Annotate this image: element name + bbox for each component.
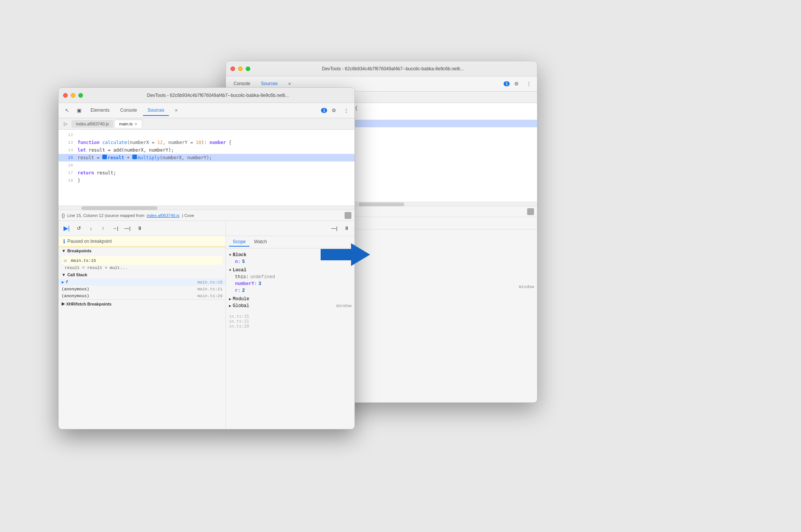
front-cs-loc-anon2: main.ts:20 [197,294,222,298]
front-step-out-btn[interactable]: ↑ [98,223,108,233]
front-code-line-15: 15 result = result + multiply(numberX, n… [59,154,354,162]
front-global-value: Window [336,304,351,308]
front-close-btn[interactable] [63,93,68,98]
front-code-line-16: 16 [59,162,354,169]
front-left-panel: ▶| ↺ ↓ ↑ →| —| ⏸ ℹ Paused on breakpoint … [59,221,226,429]
front-minimize-btn[interactable] [71,93,75,98]
front-bp-checkbox[interactable]: ☑ [64,258,67,263]
devtools-front-window: DevTools - 62c6b934c4b7f676049af4b7--buc… [58,87,355,429]
front-titlebar: DevTools - 62c6b934c4b7f676049af4b7--buc… [59,88,354,103]
front-local-label: Local [233,268,246,273]
front-file-tab-main-label: main.ts [119,122,132,126]
front-local-numberY: numberY: 3 [235,280,351,287]
front-debug-toolbar: ▶| ↺ ↓ ↑ →| —| ⏸ [59,221,226,236]
front-scope-tab[interactable]: Scope [229,238,250,247]
back-maximize-btn[interactable] [246,66,250,71]
front-paused-text: Paused on breakpoint [67,239,112,244]
front-ref-ts21: in.ts:21 [229,319,351,324]
front-chat-badge: 1 [321,108,327,113]
front-pointer-icon[interactable]: ↖ [62,105,72,116]
front-ref-ts20: in.ts:20 [229,324,351,329]
front-step-into-btn[interactable]: ↓ [86,223,96,233]
front-code-area: 12 13 function calculate(numberX = 12, n… [59,130,354,206]
front-local-r: r: 2 [235,287,351,294]
front-module-section: ▶ Module [229,296,351,302]
front-cs-item-anon1[interactable]: (anonymous) main.ts:21 [59,286,226,293]
front-source-link[interactable]: index.af063740.js [147,213,180,218]
back-window-title: DevTools - 62c6b934c4b7f676049af4b7--buc… [253,66,532,71]
front-callstack-header[interactable]: ▼ Call Stack [59,271,226,279]
front-local-section: ▼ Local this: undefined numberY: 3 [229,267,351,294]
front-code-line-14: 14 let result = add(numberX, numberY); [59,146,354,154]
front-code-line-17: 17 return result; [59,169,354,177]
front-step-btn[interactable]: →| [110,223,120,233]
back-settings-icon[interactable]: ⚙ [511,79,522,89]
front-pause-btn[interactable]: ⏸ [135,223,145,233]
front-cs-loc-f: main.ts:15 [197,280,222,285]
front-step-over-btn[interactable]: ↺ [74,223,84,233]
front-scope-watch-tabs: Scope Watch [226,236,354,249]
front-window-title: DevTools - 62c6b934c4b7f676049af4b7--buc… [86,93,350,98]
front-xhr-header[interactable]: ▶ XHR/fetch Breakpoints [59,299,226,308]
front-scrollbar[interactable] [59,206,354,210]
front-global-section: ▶ Global Window [229,302,351,309]
front-ref-ts15: in.ts:15 [229,314,351,319]
front-tab-console[interactable]: Console [116,105,141,116]
front-code-line-18: 18 } [59,177,354,184]
front-cs-item-anon2[interactable]: (anonymous) main.ts:20 [59,293,226,299]
front-info-icon: ℹ [63,238,65,244]
front-local-this: this: undefined [235,274,351,280]
front-tab-more[interactable]: » [170,105,182,116]
front-breakpoints-header[interactable]: ▼ Breakpoints [59,247,226,255]
front-xhr-label: XHR/fetch Breakpoints [66,302,111,306]
front-status-bar: {} Line 15, Column 12 (source mapped fro… [59,210,354,221]
front-right-pause-btn[interactable]: ⏸ [342,223,351,233]
front-cs-item-f[interactable]: ▶ f main.ts:15 [59,279,226,286]
front-right-edit-btn[interactable]: —| [329,223,339,233]
front-right-panel: —| ⏸ Scope Watch ▼ Block [226,221,354,429]
front-settings-icon[interactable]: ⚙ [329,105,339,116]
front-paused-banner: ℹ Paused on breakpoint [59,236,226,247]
front-maximize-btn[interactable] [78,93,83,98]
front-bp-item-1: ☑ main.ts:15 [62,256,222,265]
front-right-toolbar: —| ⏸ [226,221,354,236]
front-bp-label: main.ts:15 [71,258,96,263]
front-cs-loc-anon1: main.ts:21 [197,287,222,291]
front-callstack-content: ▶ f main.ts:15 (anonymous) main.ts:21 (a… [59,279,226,299]
front-breakpoints-content: ☑ main.ts:15 result = result + mult... [59,255,226,271]
front-back-icon[interactable]: ▷ [60,119,71,129]
front-global-label: Global [233,303,249,309]
front-file-tab-index[interactable]: index.af063740.js [72,120,113,128]
front-cs-fn-f: f [66,280,68,285]
front-cove-icon [345,212,351,219]
back-more-icon[interactable]: ⋮ [523,79,534,89]
front-device-icon[interactable]: ▣ [74,105,84,116]
front-code-line-13: 13 function calculate(numberX = 12, numb… [59,139,354,146]
back-chat-badge: 1 [504,81,510,86]
back-titlebar: DevTools - 62c6b934c4b7f676049af4b7--buc… [226,61,537,76]
front-block-n: n: 5 [235,258,351,265]
front-block-section: ▼ Block n: 5 [229,252,351,265]
front-tab-elements[interactable]: Elements [86,105,114,116]
front-file-tab-index-label: index.af063740.js [76,122,109,126]
front-file-tab-close-icon[interactable]: ✕ [134,122,137,126]
front-deactivate-btn[interactable]: —| [122,223,132,233]
front-file-tab-main[interactable]: main.ts ✕ [114,120,142,128]
front-cs-fn-anon1: (anonymous) [62,287,89,291]
front-tab-sources[interactable]: Sources [143,105,169,116]
front-cs-fn-anon2: (anonymous) [62,294,89,298]
front-module-label: Module [233,296,249,302]
back-cove-icon [527,208,534,215]
front-resume-btn[interactable]: ▶| [62,223,72,233]
front-toolbar: ↖ ▣ Elements Console Sources » 1 ⚙ ⋮ [59,103,354,118]
back-close-btn[interactable] [230,66,235,71]
front-muted-refs: in.ts:15 in.ts:21 in.ts:20 [226,312,354,330]
front-debug-bottom: ▶| ↺ ↓ ↑ →| —| ⏸ ℹ Paused on breakpoint … [59,221,354,429]
front-watch-tab[interactable]: Watch [250,238,271,247]
front-callstack-label: Call Stack [67,272,87,277]
front-more-icon[interactable]: ⋮ [341,105,351,116]
front-file-tabs: ▷ index.af063740.js main.ts ✕ [59,118,354,130]
back-minimize-btn[interactable] [238,66,243,71]
front-block-label: Block [233,252,246,258]
front-breakpoints-label: Breakpoints [67,249,92,253]
